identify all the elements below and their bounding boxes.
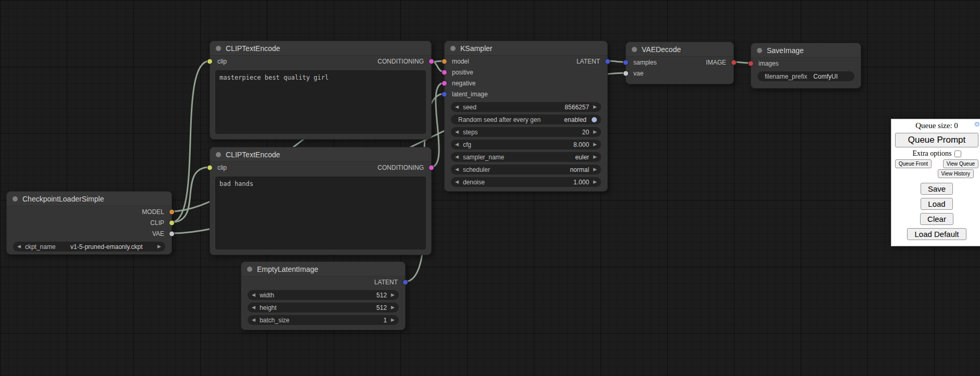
node-save-image[interactable]: SaveImage images filename_prefix ComfyUI xyxy=(751,43,861,89)
output-port-latent[interactable] xyxy=(605,58,610,64)
widget-height[interactable]: ◀ height 512 ▶ xyxy=(248,303,399,312)
input-label-vae: vae xyxy=(633,70,643,77)
output-port-conditioning[interactable] xyxy=(428,58,434,64)
arrow-left-icon[interactable]: ◀ xyxy=(455,155,459,159)
output-port-conditioning[interactable] xyxy=(428,165,434,170)
arrow-right-icon[interactable]: ▶ xyxy=(593,167,597,172)
collapse-dot-icon[interactable] xyxy=(450,46,456,51)
widget-name: width xyxy=(260,292,274,299)
prompt-textarea[interactable]: bad hands xyxy=(215,177,426,249)
widget-batch-size[interactable]: ◀ batch_size 1 ▶ xyxy=(248,315,399,325)
port-row: samples IMAGE xyxy=(626,57,733,68)
arrow-right-icon[interactable]: ▶ xyxy=(391,293,395,297)
input-port-clip[interactable] xyxy=(207,165,213,170)
widget-random-seed-toggle[interactable]: Random seed after every gen enabled xyxy=(451,115,601,124)
collapse-dot-icon[interactable] xyxy=(632,47,637,52)
arrow-right-icon[interactable]: ▶ xyxy=(593,142,597,147)
queue-prompt-button[interactable]: Queue Prompt xyxy=(895,133,978,147)
input-port-vae[interactable] xyxy=(623,70,629,76)
load-default-button[interactable]: Load Default xyxy=(907,228,966,240)
node-title: SaveImage xyxy=(767,46,804,55)
node-empty-latent-image[interactable]: EmptyLatentImage LATENT ◀ width 512 ▶ ◀ … xyxy=(241,261,406,330)
prompt-textarea[interactable]: masterpiece best quality girl xyxy=(215,70,426,134)
input-port-latent-image[interactable] xyxy=(442,91,447,97)
input-port-positive[interactable] xyxy=(442,69,447,75)
node-title: CLIPTextEncode xyxy=(226,44,280,53)
input-port-clip[interactable] xyxy=(207,58,213,64)
arrow-left-icon[interactable]: ◀ xyxy=(455,167,459,172)
input-port-model[interactable] xyxy=(442,58,447,64)
arrow-right-icon[interactable]: ▶ xyxy=(391,305,395,310)
arrow-right-icon[interactable]: ▶ xyxy=(391,318,395,322)
arrow-left-icon[interactable]: ◀ xyxy=(252,293,255,297)
save-button[interactable]: Save xyxy=(921,183,953,195)
clear-button[interactable]: Clear xyxy=(920,213,953,225)
node-clip-text-encode-positive[interactable]: CLIPTextEncode clip CONDITIONING masterp… xyxy=(210,41,432,140)
output-port-image[interactable] xyxy=(731,59,737,65)
port-row: LATENT xyxy=(241,277,405,287)
arrow-right-icon[interactable]: ▶ xyxy=(593,155,597,159)
input-port-images[interactable] xyxy=(748,60,754,66)
arrow-left-icon[interactable]: ◀ xyxy=(252,305,255,310)
output-port-latent[interactable] xyxy=(402,279,408,285)
node-graph-canvas[interactable]: CheckpointLoaderSimple MODEL CLIP VAE ◀ … xyxy=(0,0,980,376)
input-port-negative[interactable] xyxy=(442,80,447,86)
node-title-bar[interactable]: EmptyLatentImage xyxy=(241,262,405,277)
view-history-button[interactable]: View History xyxy=(938,169,974,178)
toggle-enabled-icon[interactable] xyxy=(592,117,597,122)
output-label-image: IMAGE xyxy=(706,59,726,66)
output-label-clip: CLIP xyxy=(150,219,164,227)
node-title-bar[interactable]: CLIPTextEncode xyxy=(210,147,431,162)
widget-seed[interactable]: ◀ seed 8566257 ▶ xyxy=(451,102,601,112)
widget-steps[interactable]: ◀ steps 20 ▶ xyxy=(451,127,601,137)
collapse-dot-icon[interactable] xyxy=(216,152,221,157)
node-checkpoint-loader-simple[interactable]: CheckpointLoaderSimple MODEL CLIP VAE ◀ … xyxy=(6,191,172,255)
arrow-right-icon[interactable]: ▶ xyxy=(593,105,597,109)
link-clip-negative xyxy=(171,167,210,222)
output-label-latent: LATENT xyxy=(374,279,398,286)
node-title-bar[interactable]: VAEDecode xyxy=(626,42,733,57)
queue-front-button[interactable]: Queue Front xyxy=(895,159,932,168)
node-ksampler[interactable]: KSampler model LATENT positive negative … xyxy=(444,41,608,192)
arrow-right-icon[interactable]: ▶ xyxy=(593,130,597,134)
node-vae-decode[interactable]: VAEDecode samples IMAGE vae xyxy=(626,42,734,84)
node-title-bar[interactable]: KSampler xyxy=(445,41,607,56)
widget-name: steps xyxy=(463,129,478,136)
collapse-dot-icon[interactable] xyxy=(216,46,221,51)
output-port-model[interactable] xyxy=(169,209,175,215)
menu-header: Queue size: 0 ⚙ xyxy=(895,121,979,132)
arrow-left-icon[interactable]: ◀ xyxy=(17,244,21,249)
arrow-left-icon[interactable]: ◀ xyxy=(455,142,459,147)
node-title: CheckpointLoaderSimple xyxy=(22,195,104,203)
load-button[interactable]: Load xyxy=(921,198,952,210)
comfy-menu-panel[interactable]: Queue size: 0 ⚙ Queue Prompt Extra optio… xyxy=(891,119,980,246)
arrow-right-icon[interactable]: ▶ xyxy=(157,244,161,249)
extra-options-checkbox[interactable] xyxy=(954,151,961,157)
node-title: VAEDecode xyxy=(642,45,681,54)
arrow-right-icon[interactable]: ▶ xyxy=(593,180,597,184)
arrow-left-icon[interactable]: ◀ xyxy=(455,130,459,134)
widget-filename-prefix[interactable]: filename_prefix ComfyUI xyxy=(757,71,854,81)
widget-denoise[interactable]: ◀ denoise 1.000 ▶ xyxy=(451,177,601,187)
collapse-dot-icon[interactable] xyxy=(247,267,252,272)
collapse-dot-icon[interactable] xyxy=(13,196,18,202)
view-queue-button[interactable]: View Queue xyxy=(943,159,978,168)
collapse-dot-icon[interactable] xyxy=(757,48,762,53)
arrow-left-icon[interactable]: ◀ xyxy=(252,318,255,322)
node-title-bar[interactable]: SaveImage xyxy=(751,43,861,58)
widget-ckpt-name[interactable]: ◀ ckpt_name v1-5-pruned-emaonly.ckpt ▶ xyxy=(13,242,165,252)
widget-cfg[interactable]: ◀ cfg 8.000 ▶ xyxy=(451,140,601,149)
arrow-left-icon[interactable]: ◀ xyxy=(455,105,459,109)
output-port-clip[interactable] xyxy=(169,220,175,225)
node-title-bar[interactable]: CLIPTextEncode xyxy=(210,41,431,56)
settings-gear-icon[interactable]: ⚙ xyxy=(974,121,980,128)
input-port-samples[interactable] xyxy=(623,59,629,65)
node-clip-text-encode-negative[interactable]: CLIPTextEncode clip CONDITIONING bad han… xyxy=(210,147,432,255)
widget-width[interactable]: ◀ width 512 ▶ xyxy=(248,290,399,300)
widget-sampler-name[interactable]: ◀ sampler_name euler ▶ xyxy=(451,152,601,162)
arrow-left-icon[interactable]: ◀ xyxy=(455,180,459,184)
widget-scheduler[interactable]: ◀ scheduler normal ▶ xyxy=(451,165,601,174)
widget-value: 8566257 xyxy=(565,104,589,111)
output-port-vae[interactable] xyxy=(169,231,175,236)
node-title-bar[interactable]: CheckpointLoaderSimple xyxy=(7,192,172,206)
